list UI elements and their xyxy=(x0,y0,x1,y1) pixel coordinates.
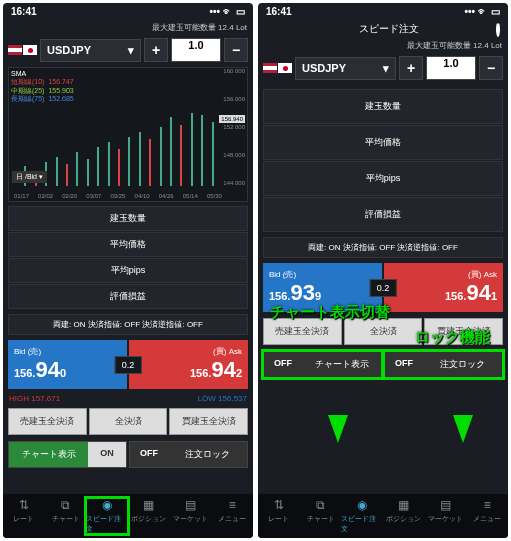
bid-label: Bid (売) xyxy=(14,346,121,357)
refresh-button[interactable] xyxy=(496,24,500,35)
bid-button[interactable]: Bid (売) 156.939 xyxy=(263,263,382,312)
toggle-state: OFF xyxy=(264,352,302,377)
ask-button[interactable]: (買) Ask 156.941 xyxy=(384,263,503,312)
pair-selector[interactable]: USDJPY ▾ xyxy=(295,57,396,80)
position-icon: ▦ xyxy=(142,498,156,512)
status-icons: ••• ᯤ ▭ xyxy=(209,6,245,17)
toggle-row: チャート表示 ON OFF 注文ロック xyxy=(8,441,248,468)
tab-rate[interactable]: ⇅レート xyxy=(3,498,45,534)
chart-toggle[interactable]: OFF チャート表示 xyxy=(263,351,382,378)
flag-us-icon xyxy=(263,63,277,73)
info-row[interactable]: 建玉数量 xyxy=(8,206,248,231)
settle-settings[interactable]: 両建: ON 決済指値: OFF 決済逆指値: OFF xyxy=(263,237,503,258)
battery-icon: ▭ xyxy=(236,6,245,17)
max-lot: 最大建玉可能数量 12.4 Lot xyxy=(258,38,508,53)
info-row[interactable]: 平均pips xyxy=(8,258,248,283)
tab-speed-order[interactable]: ◉スピード注文 xyxy=(341,498,383,534)
qty-minus-button[interactable]: − xyxy=(479,56,503,80)
tab-bar: ⇅レート ⧉チャート ◉スピード注文 ▦ポジション ▤マーケット ≡メニュー xyxy=(258,494,508,538)
pair-selector[interactable]: USDJPY ▾ xyxy=(40,39,141,62)
qty-plus-button[interactable]: + xyxy=(144,38,168,62)
info-row[interactable]: 平均価格 xyxy=(8,232,248,257)
arrow-icon xyxy=(453,415,473,443)
tab-menu[interactable]: ≡メニュー xyxy=(466,498,508,534)
spread: 0.2 xyxy=(115,356,142,374)
status-time: 16:41 xyxy=(266,6,292,17)
toggle-label: 注文ロック xyxy=(423,352,502,377)
x-axis: 01/17 02/02 02/20 03/07 03/25 04/10 04/2… xyxy=(14,193,222,199)
qty-input[interactable]: 1.0 xyxy=(171,38,221,62)
status-time: 16:41 xyxy=(11,6,37,17)
info-row[interactable]: 評価損益 xyxy=(263,197,503,232)
qty-input[interactable]: 1.0 xyxy=(426,56,476,80)
sell-settle-button[interactable]: 売建玉全決済 xyxy=(8,408,87,435)
price-panel: Bid (売) 156.940 (買) Ask 156.942 0.2 xyxy=(8,340,248,389)
tab-speed-order[interactable]: ◉スピード注文 xyxy=(86,498,128,534)
speed-icon: ◉ xyxy=(100,498,114,512)
toggle-label: チャート表示 xyxy=(302,352,381,377)
ask-label: (買) Ask xyxy=(135,346,242,357)
market-icon: ▤ xyxy=(184,498,198,512)
buy-settle-button[interactable]: 買建玉全決済 xyxy=(169,408,248,435)
chart-icon: ⧉ xyxy=(314,498,328,512)
toggle-state: OFF xyxy=(130,442,168,467)
status-bar: 16:41 ••• ᯤ ▭ xyxy=(258,3,508,20)
wifi-icon: ᯤ xyxy=(478,6,488,17)
tab-position[interactable]: ▦ポジション xyxy=(128,498,170,534)
tab-chart[interactable]: ⧉チャート xyxy=(45,498,87,534)
qty-plus-button[interactable]: + xyxy=(399,56,423,80)
sma-title: SMA xyxy=(11,70,74,78)
phone-right: 16:41 ••• ᯤ ▭ スピード注文 最大建玉可能数量 12.4 Lot U… xyxy=(258,3,508,538)
flag-pair xyxy=(263,63,292,73)
market-icon: ▤ xyxy=(439,498,453,512)
speed-icon: ◉ xyxy=(355,498,369,512)
rate-icon: ⇅ xyxy=(272,498,286,512)
spread: 0.2 xyxy=(370,279,397,297)
info-row[interactable]: 評価損益 xyxy=(8,284,248,309)
screen-title: スピード注文 xyxy=(282,22,496,36)
pair-label: USDJPY xyxy=(47,44,91,56)
buy-settle-button[interactable]: 買建玉全決済 xyxy=(424,318,503,345)
tab-market[interactable]: ▤マーケット xyxy=(170,498,212,534)
y-axis: 160.000 156.000 152.000 148.000 144.000 xyxy=(223,68,245,186)
info-rows: 建玉数量 平均価格 平均pips 評価損益 xyxy=(263,89,503,233)
tab-market[interactable]: ▤マーケット xyxy=(425,498,467,534)
info-row[interactable]: 平均pips xyxy=(263,161,503,196)
chevron-down-icon: ▾ xyxy=(383,62,389,75)
qty-minus-button[interactable]: − xyxy=(224,38,248,62)
low-value: LOW 156.537 xyxy=(198,394,247,403)
pair-row: USDJPY ▾ + 1.0 − xyxy=(3,35,253,65)
lock-toggle[interactable]: OFF 注文ロック xyxy=(129,441,248,468)
price-panel: Bid (売) 156.939 (買) Ask 156.941 0.2 xyxy=(263,263,503,312)
status-bar: 16:41 ••• ᯤ ▭ xyxy=(3,3,253,20)
chart-mode[interactable]: 日 /Bid ▾ xyxy=(12,171,47,183)
signal-icon: ••• xyxy=(209,6,220,17)
toggle-label: 注文ロック xyxy=(168,442,247,467)
bid-label: Bid (売) xyxy=(269,269,376,280)
tab-menu[interactable]: ≡メニュー xyxy=(211,498,253,534)
refresh-icon xyxy=(496,22,500,37)
all-settle-button[interactable]: 全決済 xyxy=(344,318,423,345)
all-settle-button[interactable]: 全決済 xyxy=(89,408,168,435)
settle-settings[interactable]: 両建: ON 決済指値: OFF 決済逆指値: OFF xyxy=(8,314,248,335)
position-icon: ▦ xyxy=(397,498,411,512)
chart[interactable]: SMA 短期線(10)156.747 中期線(25)155.903 長期線(75… xyxy=(8,67,248,202)
max-lot: 最大建玉可能数量 12.4 Lot xyxy=(3,20,253,35)
lock-toggle[interactable]: OFF 注文ロック xyxy=(384,351,503,378)
ask-label: (買) Ask xyxy=(390,269,497,280)
chevron-down-icon: ▾ xyxy=(128,44,134,57)
tab-chart[interactable]: ⧉チャート xyxy=(300,498,342,534)
bid-button[interactable]: Bid (売) 156.940 xyxy=(8,340,127,389)
info-row[interactable]: 建玉数量 xyxy=(263,89,503,124)
flag-us-icon xyxy=(8,45,22,55)
flag-jp-icon xyxy=(278,63,292,73)
tab-position[interactable]: ▦ポジション xyxy=(383,498,425,534)
ask-button[interactable]: (買) Ask 156.942 xyxy=(129,340,248,389)
flag-jp-icon xyxy=(23,45,37,55)
menu-icon: ≡ xyxy=(225,498,239,512)
pair-row: USDJPY ▾ + 1.0 − xyxy=(258,53,508,83)
info-row[interactable]: 平均価格 xyxy=(263,125,503,160)
tab-rate[interactable]: ⇅レート xyxy=(258,498,300,534)
sell-settle-button[interactable]: 売建玉全決済 xyxy=(263,318,342,345)
chart-toggle[interactable]: チャート表示 ON xyxy=(8,441,127,468)
